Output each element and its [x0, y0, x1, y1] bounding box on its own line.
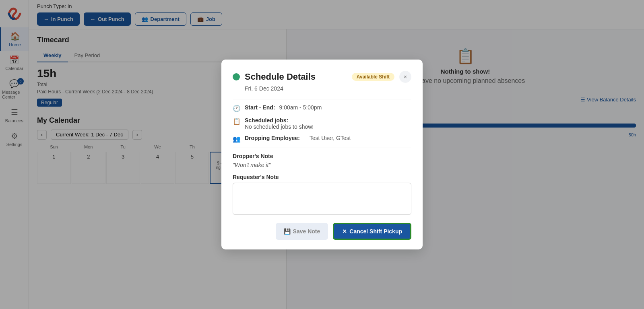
- modal-header: Schedule Details Available Shift ×: [233, 71, 411, 83]
- clock-icon: 🕐: [233, 105, 241, 112]
- cancel-shift-pickup-button[interactable]: ✕ Cancel Shift Pickup: [333, 223, 411, 240]
- modal-divider-2: [233, 148, 411, 148]
- modal-title: Schedule Details: [245, 72, 347, 82]
- save-note-icon: 💾: [284, 228, 291, 235]
- employee-icon: 👥: [233, 135, 241, 143]
- modal-divider-1: [233, 99, 411, 99]
- schedule-details-modal: Schedule Details Available Shift × Fri, …: [221, 60, 423, 249]
- requesters-note-label: Requester's Note: [233, 174, 411, 180]
- save-note-button[interactable]: 💾 Save Note: [276, 223, 328, 240]
- modal-close-button[interactable]: ×: [399, 71, 411, 83]
- modal-start-end-row: 🕐 Start - End: 9:00am - 5:00pm: [233, 104, 411, 112]
- modal-dropping-employee-row: 👥 Dropping Employee: Test User, GTest: [233, 135, 411, 143]
- modal-available-shift-badge: Available Shift: [352, 73, 394, 81]
- droppers-note-value: "Won't make it": [233, 162, 411, 168]
- jobs-icon: 📋: [233, 117, 241, 125]
- modal-footer: 💾 Save Note ✕ Cancel Shift Pickup: [233, 223, 411, 240]
- droppers-note-label: Dropper's Note: [233, 153, 411, 159]
- main-content: Punch Type: In → In Punch ← Out Punch 👥 …: [29, 0, 644, 309]
- cancel-shift-pickup-label: Cancel Shift Pickup: [349, 228, 402, 235]
- cancel-shift-x-icon: ✕: [342, 228, 347, 235]
- modal-status-dot: [233, 73, 240, 80]
- modal-overlay: Schedule Details Available Shift × Fri, …: [29, 0, 644, 309]
- requesters-note-input[interactable]: [233, 183, 411, 215]
- modal-scheduled-jobs-row: 📋 Scheduled jobs: No scheduled jobs to s…: [233, 117, 411, 130]
- save-note-label: Save Note: [293, 228, 320, 235]
- modal-date: Fri, 6 Dec 2024: [233, 85, 411, 92]
